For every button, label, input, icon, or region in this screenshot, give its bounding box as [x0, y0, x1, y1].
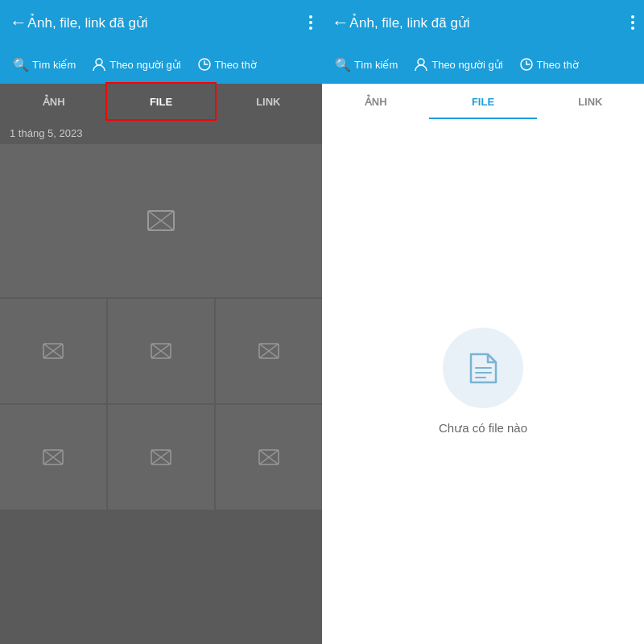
- right-tab-anh[interactable]: ẢNH: [322, 84, 429, 119]
- broken-image-icon-4: [41, 445, 65, 469]
- right-search-label: Tìm kiếm: [354, 59, 398, 71]
- left-panel: ← Ảnh, file, link đã gửi 🔍 Tìm kiếm Theo…: [0, 0, 322, 644]
- image-cell-5: [108, 405, 214, 510]
- left-search-bar: 🔍 Tìm kiếm Theo người gửi Theo thờ: [0, 45, 322, 84]
- left-sender-filter[interactable]: Theo người gửi: [85, 54, 187, 75]
- left-content: 1 tháng 5, 2023: [0, 119, 322, 644]
- right-sender-label: Theo người gửi: [431, 59, 502, 71]
- right-tabs: ẢNH FILE LINK: [322, 84, 644, 119]
- image-grid: [0, 299, 322, 510]
- large-image-placeholder: [0, 144, 322, 297]
- broken-image-icon-2: [149, 339, 173, 363]
- svg-point-25: [418, 59, 424, 65]
- left-tab-link[interactable]: LINK: [215, 84, 322, 119]
- left-search-icon: 🔍: [13, 57, 29, 72]
- left-time-filter[interactable]: Theo thờ: [191, 54, 263, 75]
- left-header: ← Ảnh, file, link đã gửi: [0, 0, 322, 45]
- empty-file-icon: [461, 346, 506, 390]
- right-header: ← Ảnh, file, link đã gửi: [322, 0, 644, 45]
- right-sender-filter[interactable]: Theo người gửi: [407, 54, 509, 75]
- svg-point-0: [96, 59, 102, 65]
- right-search-icon: 🔍: [335, 57, 351, 72]
- right-time-label: Theo thờ: [537, 59, 579, 71]
- broken-image-icon-3: [257, 339, 281, 363]
- right-time-filter[interactable]: Theo thờ: [513, 54, 585, 75]
- broken-image-icon-1: [41, 339, 65, 363]
- left-time-label: Theo thờ: [215, 59, 257, 71]
- broken-image-icon-large: [145, 204, 177, 237]
- right-more-button[interactable]: [631, 15, 634, 30]
- right-empty-state: Chưa có file nào: [322, 119, 644, 644]
- image-cell-2: [108, 299, 214, 403]
- left-header-title: Ảnh, file, link đã gửi: [27, 14, 309, 31]
- right-person-icon: [414, 57, 428, 72]
- image-cell-4: [0, 405, 106, 510]
- left-search-label: Tìm kiếm: [32, 59, 76, 71]
- image-cell-6: [216, 405, 322, 510]
- empty-state-label: Chưa có file nào: [439, 421, 527, 436]
- left-back-button[interactable]: ←: [10, 14, 27, 31]
- right-tab-link[interactable]: LINK: [537, 84, 644, 119]
- left-tabs: ẢNH FILE LINK: [0, 84, 322, 119]
- image-cell-1: [0, 299, 106, 403]
- broken-image-icon-6: [257, 445, 281, 469]
- right-clock-icon: [519, 57, 534, 72]
- right-search-button[interactable]: 🔍 Tìm kiếm: [328, 54, 404, 76]
- broken-image-icon-5: [149, 445, 173, 469]
- right-tab-file[interactable]: FILE: [429, 84, 536, 119]
- left-sender-label: Theo người gửi: [109, 59, 180, 71]
- left-person-icon: [92, 57, 106, 72]
- right-back-button[interactable]: ←: [332, 14, 349, 31]
- empty-icon-container: [443, 328, 523, 408]
- image-cell-3: [216, 299, 322, 403]
- left-tab-file[interactable]: FILE: [107, 84, 214, 119]
- left-tab-anh[interactable]: ẢNH: [0, 84, 107, 119]
- right-search-bar: 🔍 Tìm kiếm Theo người gửi Theo thờ: [322, 45, 644, 84]
- left-search-button[interactable]: 🔍 Tìm kiếm: [6, 54, 82, 76]
- left-clock-icon: [197, 57, 212, 72]
- right-header-title: Ảnh, file, link đã gửi: [349, 14, 631, 31]
- right-panel: ← Ảnh, file, link đã gửi 🔍 Tìm kiếm Theo…: [322, 0, 644, 644]
- left-more-button[interactable]: [309, 15, 312, 30]
- date-label: 1 tháng 5, 2023: [0, 119, 322, 144]
